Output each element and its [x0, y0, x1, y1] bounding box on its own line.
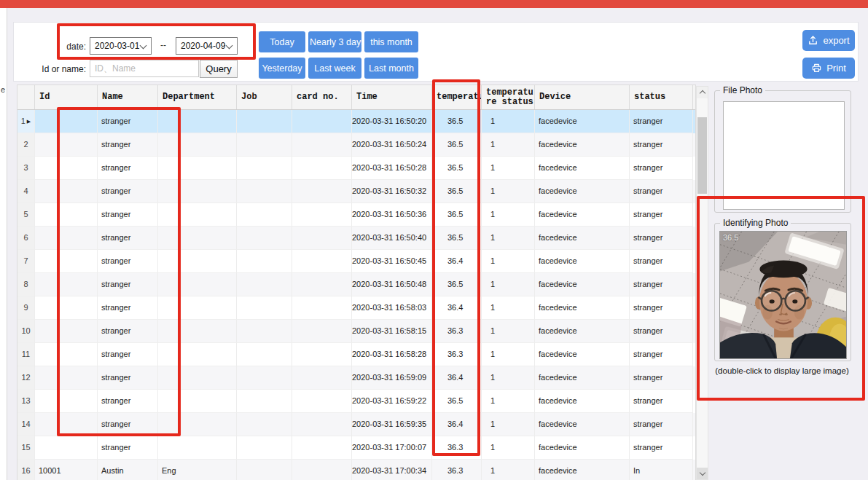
cell-name: Austin [98, 460, 158, 480]
cell-time: 2020-03-31 16:59:35 [352, 413, 432, 436]
cell-temp_status: 1 [482, 436, 535, 460]
cell-device: facedevice [535, 390, 630, 413]
table-row[interactable]: 15stranger2020-03-31 17:00:0736.31facede… [17, 436, 695, 460]
cell-status: stranger [630, 227, 693, 250]
row-number-cell: 5 [17, 203, 35, 227]
cell-job [237, 460, 292, 480]
column-header-name[interactable]: Name [98, 85, 158, 109]
column-header-job[interactable]: Job [237, 85, 292, 109]
row-number-cell: 2 [17, 133, 35, 157]
quick-range-yesterday-button[interactable]: Yesterday [259, 58, 305, 79]
left-panel-edge[interactable]: e [0, 8, 7, 480]
cell-device: facedevice [535, 366, 630, 390]
table-row[interactable]: 1610001AustinEng2020-03-31 17:00:3436.31… [17, 460, 695, 480]
cell-device: facedevice [535, 320, 630, 343]
cell-card [292, 390, 352, 413]
cell-time: 2020-03-31 16:58:03 [352, 296, 432, 320]
cell-job [237, 343, 292, 366]
cell-status: stranger [630, 250, 693, 273]
cell-job [237, 413, 292, 436]
cell-job [237, 110, 292, 133]
cell-temp_status: 1 [482, 343, 535, 366]
cell-card [292, 157, 352, 180]
export-button-label: export [823, 35, 849, 46]
cell-job [237, 157, 292, 180]
file-photo-image[interactable] [723, 101, 845, 210]
cell-job [237, 436, 292, 460]
cell-time: 2020-03-31 16:50:20 [352, 110, 432, 133]
id-or-name-input[interactable] [90, 60, 199, 77]
file-photo-label: File Photo [720, 85, 765, 95]
cell-device: facedevice [535, 227, 630, 250]
cell-time: 2020-03-31 16:50:24 [352, 133, 432, 157]
cell-job [237, 227, 292, 250]
cell-temp_status: 1 [482, 320, 535, 343]
cell-temp_status: 1 [482, 180, 535, 203]
cell-device: facedevice [535, 343, 630, 366]
selected-row-arrow-icon: ▶ [27, 119, 31, 124]
app-window: e date: 2020-03-01 -- 2020-04-09 Id or n… [0, 0, 868, 480]
cell-device: facedevice [535, 180, 630, 203]
annotation-rect-date-range [57, 23, 256, 60]
cell-card [292, 320, 352, 343]
cell-job [237, 133, 292, 157]
cell-device: facedevice [535, 203, 630, 227]
row-number-cell: 6 [17, 227, 35, 250]
scrollbar-down-button[interactable] [697, 468, 708, 479]
cell-temp_status: 1 [482, 413, 535, 436]
quick-range-last-month-button[interactable]: Last month [364, 58, 418, 79]
cell-time: 2020-03-31 16:50:28 [352, 157, 432, 180]
cell-card [292, 413, 352, 436]
cell-status: stranger [630, 366, 693, 390]
column-header-status[interactable]: status [630, 85, 693, 109]
left-panel-edge-text: e [1, 85, 5, 94]
column-header-temp_status[interactable]: temperature status [482, 85, 535, 109]
query-button[interactable]: Query [200, 60, 238, 78]
scrollbar-up-button[interactable] [697, 87, 708, 98]
cell-job [237, 250, 292, 273]
cell-card [292, 250, 352, 273]
cell-device: facedevice [535, 413, 630, 436]
cell-status: In [630, 460, 693, 480]
cell-device: facedevice [535, 133, 630, 157]
cell-device: facedevice [535, 460, 630, 480]
cell-status: stranger [630, 133, 693, 157]
cell-card [292, 436, 352, 460]
cell-status: stranger [630, 273, 693, 296]
cell-time: 2020-03-31 16:59:09 [352, 366, 432, 390]
row-number-cell: 13 [17, 390, 35, 413]
quick-range-today-button[interactable]: Today [259, 31, 305, 52]
cell-job [237, 273, 292, 296]
column-header-department[interactable]: Department [158, 85, 237, 109]
column-header-device[interactable]: Device [535, 85, 630, 109]
print-button[interactable]: Print [802, 58, 855, 79]
cell-temp_status: 1 [482, 227, 535, 250]
cell-device: facedevice [535, 436, 630, 460]
scrollbar-thumb[interactable] [697, 117, 707, 194]
quick-range-nearly-3-days-button[interactable]: Nearly 3 days [308, 31, 361, 52]
quick-range-last-week-button[interactable]: Last week [308, 58, 361, 79]
cell-time: 2020-03-31 16:50:48 [352, 273, 432, 296]
cell-job [237, 366, 292, 390]
cell-status: stranger [630, 203, 693, 227]
column-header-id[interactable]: Id [35, 85, 98, 109]
row-number-cell: 3 [17, 157, 35, 180]
cell-job [237, 390, 292, 413]
annotation-rect-name-column [57, 107, 181, 436]
export-button[interactable]: export [802, 30, 855, 51]
cell-time: 2020-03-31 16:58:15 [352, 320, 432, 343]
column-header-time[interactable]: Time [352, 85, 432, 109]
cell-time: 2020-03-31 16:58:28 [352, 343, 432, 366]
cell-status: stranger [630, 320, 693, 343]
column-header-card[interactable]: card no. [292, 85, 352, 109]
cell-temp_status: 1 [482, 366, 535, 390]
cell-card [292, 460, 352, 480]
cell-time: 2020-03-31 16:50:40 [352, 227, 432, 250]
cell-temp_status: 1 [482, 296, 535, 320]
cell-temp_status: 1 [482, 133, 535, 157]
quick-range-this-month-button[interactable]: this month [364, 31, 418, 52]
cell-department [158, 436, 237, 460]
row-number-cell: 11 [17, 343, 35, 366]
annotation-rect-identifying-photo [697, 196, 865, 401]
chevron-up-icon [699, 90, 705, 96]
